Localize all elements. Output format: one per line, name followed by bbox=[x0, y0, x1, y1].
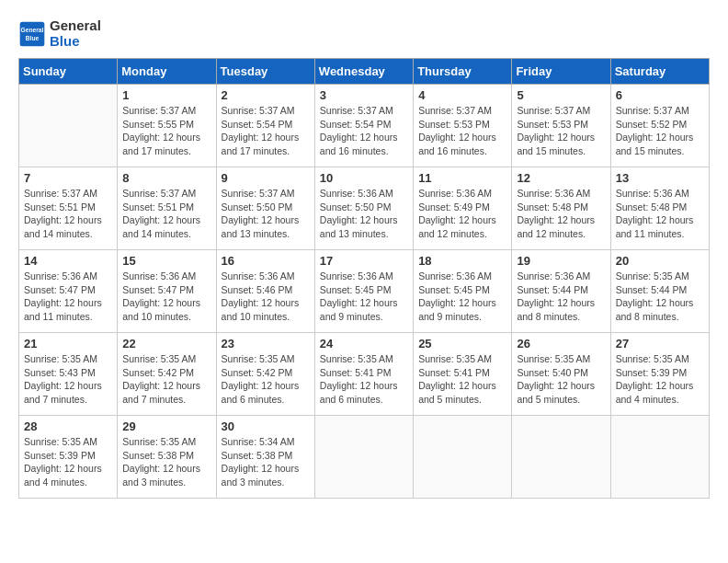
calendar-day-cell: 22Sunrise: 5:35 AM Sunset: 5:42 PM Dayli… bbox=[118, 333, 216, 416]
calendar-week-row: 1Sunrise: 5:37 AM Sunset: 5:55 PM Daylig… bbox=[19, 85, 710, 167]
day-info: Sunrise: 5:37 AM Sunset: 5:55 PM Dayligh… bbox=[122, 104, 210, 158]
calendar-day-cell: 17Sunrise: 5:36 AM Sunset: 5:45 PM Dayli… bbox=[314, 250, 413, 333]
logo: General Blue General Blue bbox=[18, 18, 101, 49]
calendar-week-row: 7Sunrise: 5:37 AM Sunset: 5:51 PM Daylig… bbox=[19, 167, 710, 250]
calendar-day-cell: 2Sunrise: 5:37 AM Sunset: 5:54 PM Daylig… bbox=[216, 85, 314, 167]
calendar-day-cell: 27Sunrise: 5:35 AM Sunset: 5:39 PM Dayli… bbox=[610, 333, 709, 416]
calendar-day-cell: 24Sunrise: 5:35 AM Sunset: 5:41 PM Dayli… bbox=[314, 333, 413, 416]
day-info: Sunrise: 5:36 AM Sunset: 5:50 PM Dayligh… bbox=[320, 187, 408, 241]
day-number: 15 bbox=[122, 254, 210, 268]
calendar-week-row: 28Sunrise: 5:35 AM Sunset: 5:39 PM Dayli… bbox=[19, 416, 710, 499]
day-number: 25 bbox=[418, 337, 506, 350]
calendar-day-cell: 9Sunrise: 5:37 AM Sunset: 5:50 PM Daylig… bbox=[216, 167, 314, 250]
day-info: Sunrise: 5:36 AM Sunset: 5:48 PM Dayligh… bbox=[616, 187, 704, 241]
day-number: 24 bbox=[320, 337, 408, 350]
day-number: 9 bbox=[222, 171, 310, 185]
svg-text:General: General bbox=[21, 27, 44, 33]
calendar-day-cell: 16Sunrise: 5:36 AM Sunset: 5:46 PM Dayli… bbox=[216, 250, 314, 333]
day-number: 28 bbox=[24, 419, 112, 433]
day-number: 2 bbox=[222, 88, 310, 102]
calendar-header-cell: Sunday bbox=[19, 59, 118, 85]
day-number: 16 bbox=[222, 254, 310, 268]
day-number: 13 bbox=[616, 171, 704, 185]
day-number: 3 bbox=[320, 88, 408, 102]
day-number: 10 bbox=[320, 171, 408, 185]
day-info: Sunrise: 5:35 AM Sunset: 5:41 PM Dayligh… bbox=[320, 352, 408, 407]
calendar-day-cell: 28Sunrise: 5:35 AM Sunset: 5:39 PM Dayli… bbox=[19, 416, 118, 499]
day-number: 8 bbox=[122, 171, 210, 185]
day-number: 19 bbox=[517, 254, 605, 268]
day-info: Sunrise: 5:35 AM Sunset: 5:38 PM Dayligh… bbox=[122, 435, 210, 489]
calendar-day-cell bbox=[512, 416, 610, 499]
calendar-day-cell bbox=[414, 416, 512, 499]
day-number: 21 bbox=[24, 337, 112, 350]
day-info: Sunrise: 5:36 AM Sunset: 5:47 PM Dayligh… bbox=[122, 270, 210, 324]
day-number: 22 bbox=[122, 337, 210, 350]
day-number: 7 bbox=[24, 171, 112, 185]
day-number: 27 bbox=[616, 337, 704, 350]
calendar-day-cell: 13Sunrise: 5:36 AM Sunset: 5:48 PM Dayli… bbox=[610, 167, 709, 250]
day-info: Sunrise: 5:35 AM Sunset: 5:44 PM Dayligh… bbox=[616, 270, 704, 324]
calendar-day-cell: 6Sunrise: 5:37 AM Sunset: 5:52 PM Daylig… bbox=[610, 85, 709, 167]
day-info: Sunrise: 5:37 AM Sunset: 5:51 PM Dayligh… bbox=[122, 187, 210, 241]
day-number: 1 bbox=[122, 88, 210, 102]
day-number: 17 bbox=[320, 254, 408, 268]
calendar-header-cell: Monday bbox=[118, 59, 216, 85]
day-info: Sunrise: 5:36 AM Sunset: 5:49 PM Dayligh… bbox=[418, 187, 506, 241]
day-number: 5 bbox=[517, 88, 605, 102]
day-info: Sunrise: 5:35 AM Sunset: 5:40 PM Dayligh… bbox=[517, 352, 605, 407]
calendar-day-cell: 12Sunrise: 5:36 AM Sunset: 5:48 PM Dayli… bbox=[512, 167, 610, 250]
calendar-day-cell: 23Sunrise: 5:35 AM Sunset: 5:42 PM Dayli… bbox=[216, 333, 314, 416]
day-number: 18 bbox=[418, 254, 506, 268]
calendar-day-cell: 11Sunrise: 5:36 AM Sunset: 5:49 PM Dayli… bbox=[414, 167, 512, 250]
day-info: Sunrise: 5:34 AM Sunset: 5:38 PM Dayligh… bbox=[222, 435, 310, 489]
day-number: 4 bbox=[418, 88, 506, 102]
day-info: Sunrise: 5:37 AM Sunset: 5:50 PM Dayligh… bbox=[222, 187, 310, 241]
day-number: 14 bbox=[24, 254, 112, 268]
day-info: Sunrise: 5:35 AM Sunset: 5:42 PM Dayligh… bbox=[222, 352, 310, 407]
day-info: Sunrise: 5:35 AM Sunset: 5:43 PM Dayligh… bbox=[24, 352, 112, 407]
day-info: Sunrise: 5:35 AM Sunset: 5:41 PM Dayligh… bbox=[418, 352, 506, 407]
day-info: Sunrise: 5:37 AM Sunset: 5:53 PM Dayligh… bbox=[517, 104, 605, 158]
day-number: 26 bbox=[517, 337, 605, 350]
day-info: Sunrise: 5:37 AM Sunset: 5:54 PM Dayligh… bbox=[222, 104, 310, 158]
calendar-day-cell: 29Sunrise: 5:35 AM Sunset: 5:38 PM Dayli… bbox=[118, 416, 216, 499]
logo-icon: General Blue bbox=[18, 20, 46, 48]
calendar-header-cell: Saturday bbox=[610, 59, 709, 85]
svg-text:Blue: Blue bbox=[26, 34, 40, 40]
logo-line2: Blue bbox=[50, 34, 101, 50]
day-info: Sunrise: 5:37 AM Sunset: 5:53 PM Dayligh… bbox=[418, 104, 506, 158]
calendar-day-cell: 18Sunrise: 5:36 AM Sunset: 5:45 PM Dayli… bbox=[414, 250, 512, 333]
calendar-day-cell: 20Sunrise: 5:35 AM Sunset: 5:44 PM Dayli… bbox=[610, 250, 709, 333]
calendar-day-cell bbox=[19, 85, 118, 167]
calendar-header-cell: Wednesday bbox=[314, 59, 413, 85]
day-number: 30 bbox=[222, 419, 310, 433]
calendar-day-cell bbox=[314, 416, 413, 499]
day-number: 12 bbox=[517, 171, 605, 185]
day-info: Sunrise: 5:37 AM Sunset: 5:51 PM Dayligh… bbox=[24, 187, 112, 241]
day-info: Sunrise: 5:36 AM Sunset: 5:45 PM Dayligh… bbox=[418, 270, 506, 324]
calendar-header-row: SundayMondayTuesdayWednesdayThursdayFrid… bbox=[19, 59, 710, 85]
calendar-day-cell: 5Sunrise: 5:37 AM Sunset: 5:53 PM Daylig… bbox=[512, 85, 610, 167]
day-info: Sunrise: 5:35 AM Sunset: 5:39 PM Dayligh… bbox=[24, 435, 112, 489]
day-info: Sunrise: 5:35 AM Sunset: 5:42 PM Dayligh… bbox=[122, 352, 210, 407]
calendar-day-cell: 10Sunrise: 5:36 AM Sunset: 5:50 PM Dayli… bbox=[314, 167, 413, 250]
calendar-header-cell: Tuesday bbox=[216, 59, 314, 85]
calendar-day-cell: 8Sunrise: 5:37 AM Sunset: 5:51 PM Daylig… bbox=[118, 167, 216, 250]
calendar-day-cell bbox=[610, 416, 709, 499]
calendar-day-cell: 26Sunrise: 5:35 AM Sunset: 5:40 PM Dayli… bbox=[512, 333, 610, 416]
logo-line1: General bbox=[50, 18, 101, 34]
day-info: Sunrise: 5:36 AM Sunset: 5:44 PM Dayligh… bbox=[517, 270, 605, 324]
calendar-table: SundayMondayTuesdayWednesdayThursdayFrid… bbox=[18, 58, 710, 499]
day-number: 23 bbox=[222, 337, 310, 350]
calendar-day-cell: 25Sunrise: 5:35 AM Sunset: 5:41 PM Dayli… bbox=[414, 333, 512, 416]
calendar-day-cell: 3Sunrise: 5:37 AM Sunset: 5:54 PM Daylig… bbox=[314, 85, 413, 167]
calendar-day-cell: 1Sunrise: 5:37 AM Sunset: 5:55 PM Daylig… bbox=[118, 85, 216, 167]
calendar-day-cell: 30Sunrise: 5:34 AM Sunset: 5:38 PM Dayli… bbox=[216, 416, 314, 499]
day-info: Sunrise: 5:35 AM Sunset: 5:39 PM Dayligh… bbox=[616, 352, 704, 407]
calendar-day-cell: 4Sunrise: 5:37 AM Sunset: 5:53 PM Daylig… bbox=[414, 85, 512, 167]
day-info: Sunrise: 5:37 AM Sunset: 5:54 PM Dayligh… bbox=[320, 104, 408, 158]
day-number: 20 bbox=[616, 254, 704, 268]
calendar-day-cell: 21Sunrise: 5:35 AM Sunset: 5:43 PM Dayli… bbox=[19, 333, 118, 416]
page-header: General Blue General Blue bbox=[18, 18, 710, 49]
